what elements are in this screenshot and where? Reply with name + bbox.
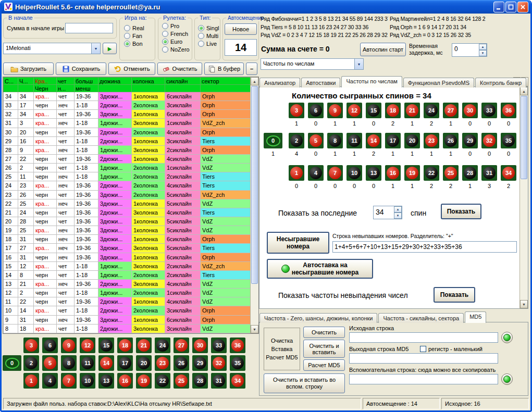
number-chip-13[interactable]: 13 bbox=[98, 373, 114, 389]
bottom-tab-1[interactable]: Частота - Zero, шансы, дюжины, колонки bbox=[259, 313, 377, 323]
number-chip-3[interactable]: 3 bbox=[23, 338, 39, 353]
chevron-down-icon[interactable]: ▼ bbox=[91, 43, 100, 54]
md5-aux-go-button[interactable] bbox=[501, 373, 513, 385]
tab-2[interactable]: Автоставки bbox=[301, 78, 340, 88]
radio-option-pro[interactable]: Pro bbox=[162, 23, 190, 29]
radio-option-live[interactable]: Live bbox=[198, 41, 219, 47]
md5-register-checkbox[interactable]: регистр - маленький bbox=[420, 346, 482, 352]
scroll-down-icon[interactable]: ▼ bbox=[520, 300, 528, 308]
table-row[interactable]: 1321кра...неч19-362дюжи...3колонка4сикла… bbox=[4, 279, 251, 288]
number-chip-25[interactable]: 25 bbox=[174, 373, 189, 389]
number-chip-14[interactable]: 14 bbox=[98, 355, 114, 371]
md5-aux-input[interactable] bbox=[349, 374, 498, 384]
number-chip-6[interactable]: 6 bbox=[42, 338, 58, 353]
delay-spinner[interactable]: 0 ▲ ▼ bbox=[452, 43, 487, 57]
mode-combobox[interactable]: Частоты по числам ▼ bbox=[261, 58, 364, 70]
table-row[interactable]: 3434кра...чет19-363дюжи...1колонка6сикла… bbox=[4, 92, 251, 101]
missed-numbers-button[interactable]: Несыгравшие номера bbox=[267, 232, 329, 254]
show-button[interactable]: Показать bbox=[441, 204, 481, 219]
number-chip-0[interactable]: 0 bbox=[3, 355, 21, 371]
autobet-missed-button[interactable]: Автоставка на несыгравшие номера bbox=[267, 259, 373, 279]
new-shift-button[interactable]: Новое bbox=[225, 23, 257, 35]
table-row[interactable]: 2722чернчет19-362дюжи...1колонка4сиклайн… bbox=[4, 154, 251, 163]
number-chip-1[interactable]: 1 bbox=[23, 373, 39, 389]
md5-clear-paste-aux-button[interactable]: Очистить и вставить во вспом. строку bbox=[264, 373, 345, 393]
md5-source-go-button[interactable] bbox=[501, 332, 513, 343]
table-row[interactable]: 1727кра...неч19-363дюжи...3колонка5сикла… bbox=[4, 244, 251, 253]
number-chip-32[interactable]: 32 bbox=[211, 355, 227, 371]
radio-option-multi[interactable]: Multi bbox=[198, 33, 219, 39]
table-row[interactable]: 931черннеч19-363дюжи...1колонка6сиклайнO… bbox=[4, 315, 251, 324]
number-chip-8[interactable]: 8 bbox=[61, 355, 77, 371]
md5-calc-button[interactable]: Расчет MD5 bbox=[303, 359, 345, 371]
bottom-tab-3[interactable]: MD5 bbox=[465, 311, 486, 323]
table-row[interactable]: 148чернчет1-181дюжи...2колонка2сиклайнTi… bbox=[4, 270, 251, 279]
delay-down-icon[interactable]: ▼ bbox=[479, 50, 487, 56]
number-chip-36[interactable]: 36 bbox=[230, 338, 245, 353]
number-chip-33[interactable]: 33 bbox=[211, 338, 227, 353]
play-button[interactable]: ▶ bbox=[103, 43, 117, 54]
table-row[interactable]: 3317черннеч1-182дюжи...2колонка3сиклайнO… bbox=[4, 101, 251, 110]
radio-option-real[interactable]: Real bbox=[124, 25, 144, 31]
number-chip-15[interactable]: 15 bbox=[98, 338, 114, 353]
number-chip-35[interactable]: 35 bbox=[230, 355, 245, 371]
radio-option-nozero[interactable]: NoZero bbox=[162, 46, 190, 53]
table-row[interactable]: 2028чернчет19-363дюжи...1колонка5сиклайн… bbox=[4, 217, 251, 226]
number-chip-23[interactable]: 23 bbox=[155, 355, 170, 371]
autospin-start-button[interactable]: Автоспин старт bbox=[360, 43, 406, 56]
undo-button[interactable]: Отмен­ить bbox=[108, 63, 155, 75]
missed-string-input[interactable] bbox=[332, 241, 517, 253]
maximize-button[interactable] bbox=[505, 2, 516, 13]
copy-to-buffer-button[interactable]: В буфер bbox=[204, 63, 244, 75]
number-chip-19[interactable]: 19 bbox=[136, 373, 152, 389]
delay-up-icon[interactable]: ▲ bbox=[479, 44, 487, 50]
number-chip-30[interactable]: 30 bbox=[192, 338, 208, 353]
number-chip-5[interactable]: 5 bbox=[42, 355, 58, 371]
table-row[interactable]: 2225кра...неч19-363дюжи...1колонка5сикла… bbox=[4, 199, 251, 208]
table-row[interactable]: 1014кра...чет1-182дюжи...2колонка3сиклай… bbox=[4, 306, 251, 315]
number-chip-18[interactable]: 18 bbox=[117, 338, 133, 353]
radio-option-french[interactable]: French bbox=[162, 31, 190, 37]
number-chip-11[interactable]: 11 bbox=[80, 355, 95, 371]
show-last-down-icon[interactable]: ▼ bbox=[394, 213, 402, 219]
table-row[interactable]: 3020чернчет19-362дюжи...2колонка4сиклайн… bbox=[4, 128, 251, 136]
radio-option-singl[interactable]: Singl bbox=[198, 25, 219, 31]
number-chip-24[interactable]: 24 bbox=[155, 338, 170, 353]
scroll-up-icon[interactable]: ▲ bbox=[520, 87, 528, 95]
number-chip-12[interactable]: 12 bbox=[80, 338, 95, 353]
number-chip-22[interactable]: 22 bbox=[155, 373, 170, 389]
table-row[interactable]: 3234кра...чет19-363дюжи...1колонка6сикла… bbox=[4, 110, 251, 119]
table-row[interactable]: 2326чернчет19-363дюжи...2колонка5сиклайн… bbox=[4, 190, 251, 199]
grid-scroll-thumb[interactable] bbox=[251, 86, 258, 284]
show-last-up-icon[interactable]: ▲ bbox=[394, 206, 402, 213]
scroll-down-icon[interactable]: ▼ bbox=[251, 325, 258, 333]
chevron-down-icon[interactable]: ▼ bbox=[354, 59, 363, 69]
table-row[interactable]: 262чернчет1-181дюжи...2колонка1сиклайнVd… bbox=[4, 164, 251, 172]
radio-option-euro[interactable]: Euro bbox=[162, 39, 190, 45]
number-chip-21[interactable]: 21 bbox=[136, 338, 152, 353]
table-row[interactable]: 122чернчет1-181дюжи...2колонка1сиклайнVd… bbox=[4, 289, 251, 297]
table-row[interactable]: 1831черннеч19-363дюжи...1колонка6сиклайн… bbox=[4, 235, 251, 244]
number-chip-7[interactable]: 7 bbox=[61, 373, 77, 389]
table-row[interactable]: 1631черннеч19-363дюжи...1колонка6сиклайн… bbox=[4, 253, 251, 261]
tab-3[interactable]: Частоты по числам bbox=[341, 76, 402, 88]
number-chip-17[interactable]: 17 bbox=[117, 355, 133, 371]
bottom-tab-2[interactable]: Частота - сиклайны, сектора bbox=[378, 313, 464, 323]
scroll-up-icon[interactable]: ▲ bbox=[251, 77, 258, 85]
number-chip-28[interactable]: 28 bbox=[192, 373, 208, 389]
md5-output-input[interactable] bbox=[349, 353, 498, 364]
tab-5[interactable]: Контроль банкр bbox=[475, 78, 526, 88]
checkbox-icon[interactable] bbox=[420, 346, 426, 352]
frequency-scrollbar[interactable]: ▲ ▼ bbox=[519, 87, 528, 308]
number-chip-26[interactable]: 26 bbox=[174, 355, 189, 371]
close-button[interactable] bbox=[517, 2, 528, 13]
table-row[interactable]: 1122чернчет19-362дюжи...1колонка4сиклайн… bbox=[4, 297, 251, 306]
number-chip-4[interactable]: 4 bbox=[42, 373, 58, 389]
number-chip-9[interactable]: 9 bbox=[61, 338, 77, 353]
table-row[interactable]: 1925кра...неч19-363дюжи...1колонка5сикла… bbox=[4, 226, 251, 235]
table-row[interactable]: 2511черннеч1-181дюжи...2колонка2сиклайнT… bbox=[4, 172, 251, 181]
save-button[interactable]: Сохранить bbox=[56, 63, 106, 75]
frequency-scroll-thumb[interactable] bbox=[521, 96, 527, 179]
clear-button[interactable]: Очистить bbox=[157, 63, 202, 75]
number-chip-27[interactable]: 27 bbox=[174, 338, 189, 353]
